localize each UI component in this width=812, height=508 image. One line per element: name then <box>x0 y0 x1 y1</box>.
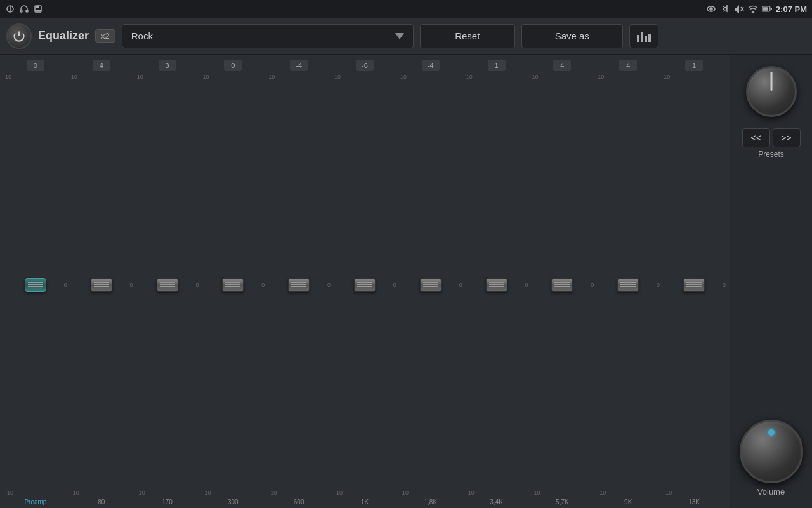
dropdown-arrow-icon <box>395 33 404 39</box>
scale-bottom-3: -10 <box>202 490 211 496</box>
reset-button[interactable]: Reset <box>420 24 515 48</box>
slider-value-2: 3 <box>159 60 176 71</box>
track-wrapper-0: 0 <box>3 80 69 490</box>
wifi-icon <box>748 4 758 14</box>
slider-thumb-4[interactable] <box>288 278 310 292</box>
zero-label-6: 0 <box>459 282 462 288</box>
slider-column-1k: -6100-101K <box>332 60 398 505</box>
freq-label-3: 300 <box>228 498 239 505</box>
power-button[interactable] <box>6 23 32 49</box>
zero-label-5: 0 <box>393 282 396 288</box>
svg-rect-3 <box>26 10 28 12</box>
time-display: 2:07 PM <box>776 4 807 14</box>
scale-top-4: 10 <box>268 74 275 80</box>
svg-point-11 <box>752 11 754 13</box>
scale-bottom-0: -10 <box>5 490 13 496</box>
slider-column-9k: 4100-109K <box>595 60 661 505</box>
freq-label-10: 13K <box>688 498 700 505</box>
freq-label-7: 3,4K <box>490 498 503 505</box>
zero-label-2: 0 <box>195 282 199 288</box>
zero-label-4: 0 <box>327 282 331 288</box>
preset-label: Rock <box>131 30 153 41</box>
eye-icon <box>706 4 716 14</box>
preset-nav: << >> <box>742 128 801 147</box>
scale-bottom-8: -10 <box>532 490 540 496</box>
slider-thumb-0[interactable] <box>25 278 46 292</box>
freq-label-6: 1,8K <box>424 498 437 505</box>
slider-thumb-8[interactable] <box>551 278 573 292</box>
scale-bottom-5: -10 <box>334 490 343 496</box>
preset-next-button[interactable]: >> <box>773 128 801 147</box>
slider-thumb-5[interactable] <box>354 278 376 292</box>
zero-label-0: 0 <box>64 282 67 288</box>
track-wrapper-2: 0 <box>134 80 200 490</box>
preset-dropdown[interactable]: Rock <box>122 24 414 48</box>
track-wrapper-10: 0 <box>661 80 727 490</box>
track-wrapper-9: 0 <box>595 80 661 490</box>
track-wrapper-4: 0 <box>266 80 332 490</box>
main-area: 0100-10Preamp4100-10803100-101700100-103… <box>0 55 812 508</box>
slider-thumb-3[interactable] <box>222 278 244 292</box>
scale-top-10: 10 <box>664 74 670 80</box>
svg-rect-15 <box>637 35 639 42</box>
freq-label-5: 1K <box>361 498 369 505</box>
zero-label-10: 0 <box>723 282 726 288</box>
volume-knob-container: Volume <box>740 420 803 497</box>
svg-rect-16 <box>641 32 643 42</box>
slider-column-18k: -4100-101,8K <box>398 60 464 505</box>
slider-column-300: 0100-10300 <box>200 60 266 505</box>
scale-top-6: 10 <box>400 74 407 80</box>
slider-value-6: -4 <box>422 60 440 71</box>
bluetooth-icon <box>720 4 730 14</box>
svg-rect-13 <box>763 7 768 11</box>
slider-thumb-6[interactable] <box>420 278 442 292</box>
knob-indicator <box>770 72 772 91</box>
zero-label-1: 0 <box>130 282 133 288</box>
sliders-container: 0100-10Preamp4100-10803100-101700100-103… <box>3 60 727 505</box>
scale-bottom-7: -10 <box>466 490 475 496</box>
zero-label-9: 0 <box>657 282 660 288</box>
slider-value-8: 4 <box>553 60 571 71</box>
slider-value-5: -6 <box>356 60 374 71</box>
freq-label-9: 9K <box>624 498 632 505</box>
slider-thumb-7[interactable] <box>486 278 508 292</box>
main-knob-container <box>746 66 797 117</box>
slider-thumb-1[interactable] <box>91 278 112 292</box>
svg-point-8 <box>710 8 712 10</box>
scale-bottom-6: -10 <box>400 490 409 496</box>
freq-label-4: 600 <box>294 498 304 505</box>
preset-prev-button[interactable]: << <box>742 128 770 147</box>
slider-column-preamp: 0100-10Preamp <box>3 60 69 505</box>
slider-thumb-2[interactable] <box>157 278 178 292</box>
track-wrapper-3: 0 <box>200 80 266 490</box>
slider-thumb-9[interactable] <box>617 278 639 292</box>
eq-area: 0100-10Preamp4100-10803100-101700100-103… <box>0 55 730 508</box>
slider-value-0: 0 <box>27 60 44 71</box>
scale-bottom-1: -10 <box>71 490 79 496</box>
save-as-button[interactable]: Save as <box>521 24 623 48</box>
graph-button[interactable] <box>629 24 658 48</box>
zero-label-8: 0 <box>591 282 594 288</box>
svg-rect-17 <box>645 36 647 42</box>
status-icons-right: 2:07 PM <box>706 4 807 14</box>
slider-column-600: -4100-10600 <box>266 60 332 505</box>
app-title: Equalizer <box>38 29 89 43</box>
scale-top-3: 10 <box>202 74 209 80</box>
scale-top-8: 10 <box>532 74 539 80</box>
slider-column-13k: 1100-1013K <box>661 60 727 505</box>
volume-dot <box>768 429 775 436</box>
slider-value-1: 4 <box>93 60 110 71</box>
slider-column-80: 4100-1080 <box>69 60 134 505</box>
slider-value-10: 1 <box>685 60 703 71</box>
scale-bottom-4: -10 <box>268 490 277 496</box>
slider-value-4: -4 <box>290 60 308 71</box>
main-knob[interactable] <box>746 66 797 117</box>
volume-knob[interactable] <box>740 420 803 483</box>
slider-thumb-10[interactable] <box>683 278 705 292</box>
freq-label-2: 170 <box>162 498 173 505</box>
scale-top-0: 10 <box>5 74 11 80</box>
svg-rect-18 <box>648 34 651 42</box>
slider-column-170: 3100-10170 <box>134 60 200 505</box>
save-icon <box>33 4 43 14</box>
scale-bottom-10: -10 <box>664 490 672 496</box>
